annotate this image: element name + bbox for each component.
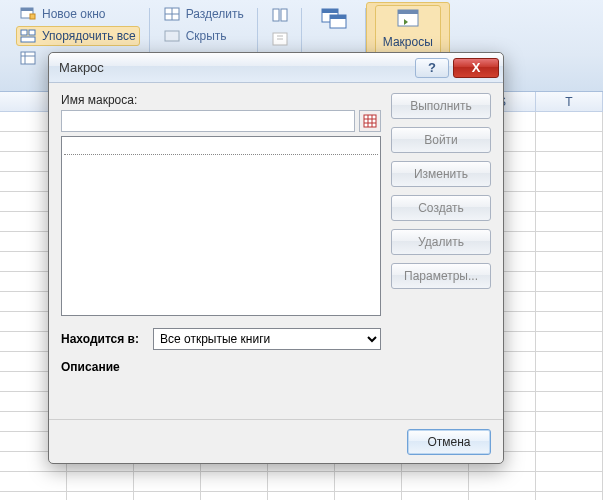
grid-icon (363, 114, 377, 128)
svg-rect-12 (165, 31, 179, 41)
macros-icon (394, 7, 422, 31)
arrange-all-label: Упорядочить все (42, 29, 136, 43)
side-by-side-icon[interactable] (272, 7, 288, 23)
macro-name-label: Имя макроса: (61, 93, 381, 107)
macros-button-label: Макросы (383, 35, 433, 49)
svg-rect-1 (21, 8, 33, 11)
delete-button[interactable]: Удалить (391, 229, 491, 255)
step-into-button[interactable]: Войти (391, 127, 491, 153)
hide-label: Скрыть (186, 29, 227, 43)
svg-rect-24 (364, 115, 376, 127)
split-icon (164, 6, 180, 22)
run-button[interactable]: Выполнить (391, 93, 491, 119)
dialog-footer: Отмена (49, 419, 503, 463)
edit-button[interactable]: Изменить (391, 161, 491, 187)
svg-rect-6 (21, 52, 35, 64)
hide-button[interactable]: Скрыть (160, 26, 248, 46)
split-label: Разделить (186, 7, 244, 21)
sync-scroll-icon[interactable] (272, 31, 288, 47)
svg-rect-15 (281, 9, 287, 21)
svg-rect-3 (21, 30, 27, 35)
hide-icon (164, 28, 180, 44)
help-button[interactable]: ? (415, 58, 449, 78)
switch-windows-icon (320, 6, 348, 30)
svg-rect-23 (398, 10, 418, 14)
dialog-title: Макрос (59, 60, 104, 75)
cancel-button[interactable]: Отмена (407, 429, 491, 455)
svg-rect-4 (29, 30, 35, 35)
collapse-dialog-button[interactable] (359, 110, 381, 132)
svg-rect-19 (322, 9, 338, 13)
new-window-icon (20, 6, 36, 22)
svg-rect-5 (21, 37, 35, 42)
freeze-icon (20, 50, 36, 66)
dialog-body: Имя макроса: Находится в: Все открытые к… (49, 83, 503, 419)
macro-name-input[interactable] (61, 110, 355, 132)
svg-rect-14 (273, 9, 279, 21)
create-button[interactable]: Создать (391, 195, 491, 221)
help-icon: ? (428, 60, 436, 75)
svg-rect-21 (330, 15, 346, 19)
close-button[interactable]: X (453, 58, 499, 78)
dialog-titlebar[interactable]: Макрос ? X (49, 53, 503, 83)
svg-rect-2 (30, 14, 35, 19)
location-label: Находится в: (61, 332, 147, 346)
location-select[interactable]: Все открытые книги (153, 328, 381, 350)
arrange-all-icon (20, 28, 36, 44)
macro-dialog: Макрос ? X Имя макроса: Находится в: Все… (48, 52, 504, 464)
options-button[interactable]: Параметры... (391, 263, 491, 289)
description-label: Описание (61, 360, 381, 374)
switch-windows-button[interactable] (312, 4, 356, 32)
new-window-label: Новое окно (42, 7, 106, 21)
col-header[interactable]: T (536, 92, 603, 111)
close-icon: X (472, 60, 481, 75)
new-window-button[interactable]: Новое окно (16, 4, 140, 24)
macro-listbox[interactable] (61, 136, 381, 316)
split-button[interactable]: Разделить (160, 4, 248, 24)
arrange-all-button[interactable]: Упорядочить все (16, 26, 140, 46)
list-selection-strip (64, 139, 378, 155)
